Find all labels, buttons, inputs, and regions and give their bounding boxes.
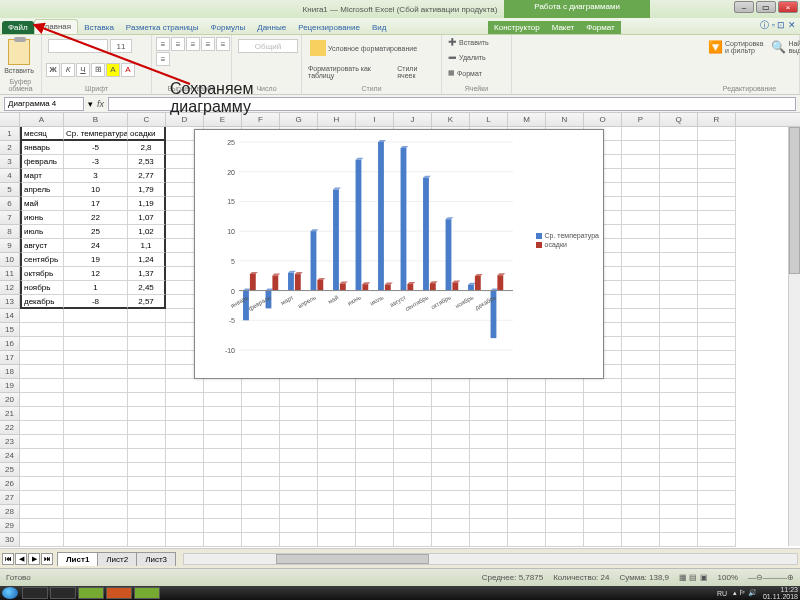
cell[interactable] <box>698 295 736 309</box>
row-header[interactable]: 20 <box>0 393 20 407</box>
cell[interactable] <box>698 519 736 533</box>
cell[interactable] <box>622 267 660 281</box>
cell[interactable] <box>432 533 470 547</box>
cell[interactable] <box>204 421 242 435</box>
cell[interactable]: 12 <box>64 267 128 281</box>
tab-data[interactable]: Данные <box>251 21 292 34</box>
sheet-nav-first[interactable]: ⏮ <box>2 553 14 565</box>
cell[interactable] <box>470 491 508 505</box>
row-header[interactable]: 22 <box>0 421 20 435</box>
cell[interactable] <box>584 393 622 407</box>
cell[interactable] <box>356 491 394 505</box>
fill-color-button[interactable]: A <box>106 63 120 77</box>
cell[interactable] <box>584 379 622 393</box>
cell[interactable]: 1,24 <box>128 253 166 267</box>
cell[interactable]: июль <box>20 225 64 239</box>
column-header[interactable]: K <box>432 113 470 126</box>
cell[interactable] <box>470 519 508 533</box>
cell[interactable] <box>318 505 356 519</box>
cell[interactable] <box>622 505 660 519</box>
cell[interactable] <box>584 463 622 477</box>
view-buttons[interactable]: ▦ ▤ ▣ <box>679 573 707 582</box>
cell[interactable] <box>432 407 470 421</box>
cell[interactable] <box>660 351 698 365</box>
tab-formulas[interactable]: Формулы <box>204 21 251 34</box>
cell[interactable] <box>584 491 622 505</box>
cell[interactable] <box>166 533 204 547</box>
cell[interactable] <box>204 505 242 519</box>
cell[interactable] <box>508 463 546 477</box>
column-header[interactable]: R <box>698 113 736 126</box>
cell[interactable] <box>20 463 64 477</box>
cell[interactable] <box>242 533 280 547</box>
cell[interactable] <box>394 491 432 505</box>
cell[interactable]: февраль <box>20 155 64 169</box>
row-header[interactable]: 18 <box>0 365 20 379</box>
cell[interactable] <box>204 449 242 463</box>
cell[interactable] <box>698 365 736 379</box>
cell[interactable] <box>698 463 736 477</box>
cell[interactable] <box>242 379 280 393</box>
cell[interactable] <box>432 393 470 407</box>
windows-taskbar[interactable]: RU ▴ 🏳 🔊 11:23 01.11.2018 <box>0 586 800 600</box>
cell[interactable]: 2,57 <box>128 295 166 309</box>
cell[interactable] <box>622 295 660 309</box>
cell[interactable] <box>622 155 660 169</box>
cell[interactable] <box>280 379 318 393</box>
cell[interactable] <box>698 141 736 155</box>
cell[interactable] <box>660 463 698 477</box>
cell-styles-button[interactable]: Стили ячеек <box>397 65 435 79</box>
cell[interactable] <box>280 407 318 421</box>
tab-constructor[interactable]: Конструктор <box>488 21 546 34</box>
cell[interactable] <box>20 393 64 407</box>
cell[interactable] <box>64 533 128 547</box>
column-header[interactable]: C <box>128 113 166 126</box>
cell[interactable] <box>508 505 546 519</box>
cell[interactable] <box>698 211 736 225</box>
cell[interactable] <box>546 533 584 547</box>
cell[interactable] <box>660 211 698 225</box>
taskbar-powerpoint[interactable] <box>106 587 132 599</box>
cell[interactable] <box>394 393 432 407</box>
cell[interactable] <box>698 491 736 505</box>
cell[interactable] <box>622 533 660 547</box>
cell[interactable]: сентябрь <box>20 253 64 267</box>
cell[interactable]: 22 <box>64 211 128 225</box>
cell[interactable] <box>660 477 698 491</box>
cell[interactable] <box>622 519 660 533</box>
cell[interactable] <box>584 505 622 519</box>
cell[interactable] <box>166 407 204 421</box>
cell[interactable] <box>318 449 356 463</box>
cell[interactable] <box>128 407 166 421</box>
cell[interactable] <box>432 421 470 435</box>
cell[interactable] <box>622 239 660 253</box>
cell[interactable] <box>660 435 698 449</box>
cell[interactable] <box>20 323 64 337</box>
cell[interactable] <box>242 393 280 407</box>
cell[interactable] <box>20 379 64 393</box>
cell[interactable] <box>622 351 660 365</box>
cell[interactable] <box>622 365 660 379</box>
cell[interactable] <box>356 407 394 421</box>
cell[interactable] <box>242 477 280 491</box>
sort-filter-button[interactable]: 🔽Сортировка и фильтр <box>706 39 765 55</box>
cell[interactable] <box>64 435 128 449</box>
cell[interactable] <box>394 463 432 477</box>
cell[interactable] <box>204 407 242 421</box>
cell[interactable] <box>128 323 166 337</box>
cell[interactable] <box>584 435 622 449</box>
cell[interactable]: январь <box>20 141 64 155</box>
cell[interactable] <box>280 435 318 449</box>
cell[interactable] <box>546 463 584 477</box>
cell[interactable] <box>280 491 318 505</box>
cell[interactable] <box>546 477 584 491</box>
cell[interactable] <box>698 379 736 393</box>
cell[interactable] <box>660 379 698 393</box>
cell[interactable] <box>242 421 280 435</box>
cell[interactable] <box>622 435 660 449</box>
cell[interactable] <box>356 477 394 491</box>
cell[interactable] <box>508 393 546 407</box>
cell[interactable] <box>508 533 546 547</box>
cell[interactable] <box>356 421 394 435</box>
cell[interactable] <box>64 449 128 463</box>
